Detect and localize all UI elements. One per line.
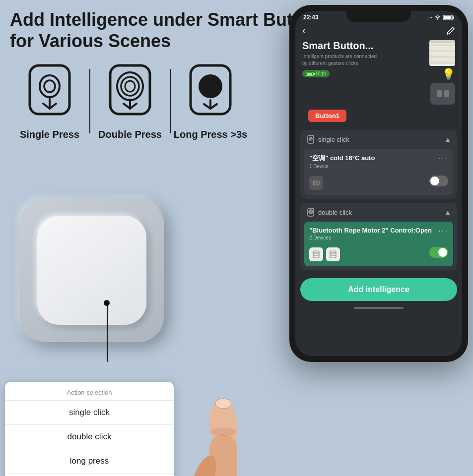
svg-point-6 — [125, 81, 135, 92]
bulb-illus: 💡 — [442, 68, 455, 81]
double-more-btn[interactable]: ··· — [439, 227, 448, 236]
svg-rect-16 — [453, 16, 454, 19]
svg-point-12 — [215, 399, 231, 409]
single-action-subtitle: 1 Device — [309, 164, 375, 169]
double-action-header: "Bluetooth Rope Motor 2" Control:Open 2 … — [309, 227, 448, 240]
double-action-subtitle: 2 Devices — [309, 235, 432, 240]
svg-rect-31 — [330, 251, 336, 258]
home-indicator — [354, 307, 404, 309]
status-icons: ··· — [428, 15, 454, 20]
hand-illustration — [174, 345, 273, 476]
double-device-icons — [309, 247, 340, 261]
signal-dots: ··· — [428, 15, 432, 20]
long-press-icon — [183, 61, 238, 126]
double-action-card: "Bluetooth Rope Motor 2" Control:Open 2 … — [304, 222, 453, 266]
single-click-section: single click ▲ "空调" cold 16°C auto 1 Dev… — [300, 130, 457, 199]
single-toggle[interactable] — [429, 176, 448, 186]
add-intelligence-button[interactable]: Add intelligence — [300, 278, 457, 301]
device-info-left: Smart Button... Intelligent products are… — [302, 40, 382, 78]
device-desc: Intelligent products are connected by di… — [302, 53, 382, 67]
connector-dot — [104, 300, 110, 306]
single-action-footer — [309, 172, 448, 190]
device-name: Smart Button... — [302, 40, 382, 52]
connector-line — [107, 302, 108, 362]
battery-icon — [306, 72, 314, 76]
back-button[interactable]: ‹ — [302, 25, 306, 36]
device-info: Smart Button... Intelligent products are… — [295, 40, 462, 110]
press-type-double: Double Press — [90, 61, 170, 140]
popup-item-cancel[interactable]: Cancel — [5, 474, 174, 476]
popup-title: Action selection — [5, 382, 174, 401]
popup-item-single[interactable]: single click — [5, 401, 174, 425]
double-press-icon — [103, 61, 157, 126]
svg-point-26 — [310, 211, 311, 212]
svg-point-25 — [310, 211, 312, 213]
single-click-icon — [306, 135, 315, 144]
single-more-btn[interactable]: ··· — [439, 154, 448, 163]
popup-item-long[interactable]: long press — [5, 449, 174, 474]
device-button[interactable] — [37, 216, 146, 325]
blind-icon-sm — [312, 250, 320, 258]
action-popup: Action selection single click double cli… — [5, 382, 174, 476]
double-click-section: double click ▲ "Bluetooth Rope Motor 2" … — [300, 203, 457, 270]
device-illustrations: 💡 — [429, 40, 455, 105]
long-press-label: Long Press >3s — [174, 129, 247, 140]
button-tab[interactable]: Button1 — [308, 110, 346, 122]
phone-notch — [346, 11, 411, 22]
status-time: 22:43 — [303, 14, 319, 21]
double-expand-btn[interactable]: ▲ — [444, 208, 451, 216]
double-action-info: "Bluetooth Rope Motor 2" Control:Open 2 … — [309, 227, 432, 240]
single-action-card: "空调" cold 16°C auto 1 Device ··· — [304, 149, 453, 195]
double-press-label: Double Press — [98, 129, 162, 140]
press-type-single: Single Press — [10, 61, 89, 140]
single-click-text: single click — [318, 136, 349, 143]
blind-icon-sm-2 — [329, 250, 337, 258]
scroll-content[interactable]: single click ▲ "空调" cold 16°C auto 1 Dev… — [295, 130, 462, 274]
double-click-label: double click — [306, 208, 352, 217]
blind-illus — [429, 40, 455, 66]
double-action-title: "Bluetooth Rope Motor 2" Control:Open — [309, 227, 432, 234]
phone-frame: 22:43 ··· ‹ Smart Button... Intelligent … — [289, 5, 468, 362]
battery-badge: High — [302, 70, 330, 77]
double-click-text: double click — [318, 209, 352, 216]
ac-icon — [312, 179, 320, 187]
svg-point-13 — [210, 428, 236, 436]
wifi-icon — [434, 15, 441, 20]
battery-status-icon — [443, 15, 454, 20]
double-toggle[interactable] — [429, 247, 448, 258]
double-click-header: double click ▲ — [300, 203, 457, 222]
single-click-label: single click — [306, 135, 349, 144]
single-expand-btn[interactable]: ▲ — [444, 135, 451, 143]
edit-icon[interactable] — [446, 26, 455, 35]
battery-level: High — [316, 71, 326, 76]
double-action-footer — [309, 243, 448, 261]
svg-point-19 — [309, 137, 312, 140]
svg-rect-17 — [444, 16, 452, 19]
phone-screen: 22:43 ··· ‹ Smart Button... Intelligent … — [295, 11, 462, 356]
single-device-icon-1 — [309, 176, 323, 190]
svg-rect-27 — [313, 251, 319, 258]
svg-point-8 — [199, 74, 222, 98]
outlet-illus — [430, 83, 455, 105]
left-section: Action selection single click double cli… — [0, 188, 278, 476]
single-press-label: Single Press — [20, 129, 79, 140]
hand-svg — [174, 345, 273, 476]
popup-item-double[interactable]: double click — [5, 425, 174, 449]
svg-point-1 — [40, 75, 60, 97]
single-press-icon — [22, 61, 77, 126]
single-action-header: "空调" cold 16°C auto 1 Device ··· — [309, 154, 448, 169]
double-device-icon-2 — [326, 247, 340, 261]
svg-point-20 — [310, 138, 312, 140]
double-click-icon — [306, 208, 315, 217]
phone-container: 22:43 ··· ‹ Smart Button... Intelligent … — [289, 5, 468, 362]
single-device-icons — [309, 176, 323, 190]
app-header: ‹ — [295, 23, 462, 40]
single-action-title: "空调" cold 16°C auto — [309, 154, 375, 163]
single-click-header: single click ▲ — [300, 130, 457, 149]
press-type-long: Long Press >3s — [171, 61, 250, 140]
svg-point-5 — [121, 77, 139, 96]
double-device-icon-1 — [309, 247, 323, 261]
svg-point-2 — [44, 80, 55, 92]
single-action-info: "空调" cold 16°C auto 1 Device — [309, 154, 375, 169]
button-tab-container: Button1 — [301, 110, 456, 126]
